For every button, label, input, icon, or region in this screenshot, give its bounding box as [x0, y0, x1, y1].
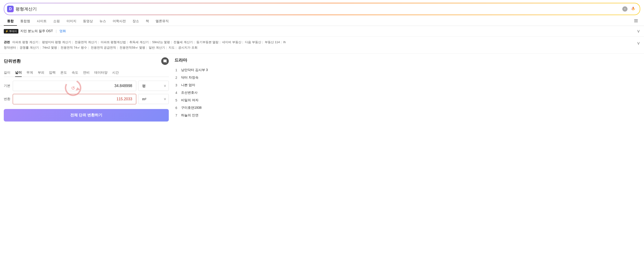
drama-name-4: 조선변호사 — [181, 91, 198, 95]
basic-unit-select[interactable]: 평 제곱미터 헥타르 — [138, 81, 169, 91]
related-tag-6[interactable]: 전월세 계산기 — [174, 40, 193, 44]
drama-name-5: 비밀의 여자 — [181, 98, 198, 102]
tab-이미지[interactable]: 이미지 — [63, 17, 80, 26]
search-input[interactable] — [16, 7, 620, 12]
unit-tab-압력[interactable]: 압력 — [49, 69, 56, 77]
drama-item-4[interactable]: 4 조선변호사 — [174, 89, 250, 97]
tab-장소[interactable]: 장소 — [129, 17, 142, 26]
tab-뉴스[interactable]: 뉴스 — [96, 17, 110, 26]
unit-tab-넓이[interactable]: 넓이 — [15, 69, 22, 77]
search-logo-icon: D — [7, 6, 14, 12]
unit-tab-속도[interactable]: 속도 — [72, 69, 78, 77]
drama-rank-3: 3 — [174, 83, 178, 87]
tab-통합[interactable]: 통합 — [4, 17, 17, 26]
microphone-icon[interactable] — [630, 5, 637, 13]
tab-어학사전[interactable]: 어학사전 — [110, 17, 129, 26]
main-content: 단위변환 길이 넓이 무게 부피 압력 온도 속도 연비 데이터양 시간 — [0, 54, 644, 122]
related-tag-3[interactable]: 아파트 평형계산법 — [101, 40, 126, 44]
drama-name-2: 닥터 차정숙 — [181, 76, 198, 80]
today-text: 지민 분노의 질주 OST — [20, 29, 53, 33]
drama-item-7[interactable]: 7 하늘의 인연 — [174, 112, 250, 119]
drama-item-2[interactable]: 2 닥터 차정숙 — [174, 74, 250, 81]
converter-convert-row: 변환 m² 평 km² ∨ — [4, 94, 169, 104]
unit-converter-title: 단위변환 — [4, 58, 21, 64]
convert-all-button[interactable]: 전체 단위 변환하기 — [4, 109, 169, 122]
converter-basic-row: 기본 평 제곱미터 헥타르 ∨ — [4, 81, 169, 91]
tab-멜론뮤직[interactable]: 멜론뮤직 — [152, 17, 172, 26]
drama-name-3: 나쁜 엄마 — [181, 83, 195, 87]
drama-rank-7: 7 — [174, 114, 178, 117]
related-tag-12[interactable]: 청약센터 — [4, 46, 16, 49]
convert-label: 변환 — [4, 97, 11, 101]
related-tag-19[interactable]: 지도 — [168, 46, 175, 49]
related-tag-13[interactable]: 경쟁률 계산기 — [20, 46, 39, 49]
related-tag-2[interactable]: 전용면적 계산기 — [75, 40, 97, 44]
chevron-down-icon[interactable]: ∨ — [637, 28, 640, 34]
tab-쇼핑[interactable]: 쇼핑 — [50, 17, 63, 26]
related-tag-18[interactable]: 일반 계산기 — [149, 46, 165, 49]
related-tag-5[interactable]: 59m2는 몇평 — [152, 40, 170, 44]
basic-value-input[interactable] — [13, 81, 136, 91]
related-tag-16[interactable]: 전용면적 공급면적 — [91, 46, 116, 49]
chat-icon[interactable] — [161, 57, 169, 65]
tab-책[interactable]: 책 — [142, 17, 152, 26]
drama-section: 드라마 1 낭만닥터 김사부 3 2 닥터 차정숙 3 나쁜 엄마 4 조선변호… — [174, 57, 250, 122]
tab-통합웹[interactable]: 통합웹 — [17, 17, 34, 26]
tab-사이트[interactable]: 사이트 — [34, 17, 50, 26]
drama-rank-4: 4 — [174, 91, 178, 95]
drama-rank-6: 6 — [174, 106, 178, 110]
drama-title: 드라마 — [174, 57, 250, 63]
convert-input-wrap — [13, 94, 136, 104]
unit-tab-연비[interactable]: 연비 — [83, 69, 90, 77]
related-tag-11[interactable]: lh — [283, 40, 286, 44]
drama-item-6[interactable]: 6 구미호뎐1938 — [174, 104, 250, 112]
drama-name-1: 낭만닥터 김사부 3 — [181, 68, 208, 72]
drama-name-6: 구미호뎐1938 — [181, 106, 202, 110]
related-label: 관련 — [4, 40, 10, 44]
drama-rank-1: 1 — [174, 68, 178, 72]
svg-rect-0 — [632, 7, 634, 10]
today-link[interactable]: 영화 — [60, 29, 66, 33]
basic-label: 기본 — [4, 84, 11, 88]
unit-tab-데이터양[interactable]: 데이터양 — [94, 69, 108, 77]
unit-type-tabs: 길이 넓이 무게 부피 압력 온도 속도 연비 데이터양 시간 — [4, 69, 169, 77]
search-bar: D × — [4, 3, 640, 15]
drama-item-1[interactable]: 1 낭만닥터 김사부 3 — [174, 66, 250, 74]
unit-converter-header: 단위변환 — [4, 57, 169, 65]
drama-rank-5: 5 — [174, 98, 178, 102]
unit-converter-widget: 단위변환 길이 넓이 무게 부피 압력 온도 속도 연비 데이터양 시간 — [4, 57, 169, 122]
nav-tabs: 통합 통합웹 사이트 쇼핑 이미지 동영상 뉴스 어학사전 장소 책 멜론뮤직 — [0, 17, 644, 26]
related-tag-15[interactable]: 전용면적 74㎡ 평수 — [60, 46, 87, 49]
related-tag-7[interactable]: 등기부등본 열람 — [196, 40, 219, 44]
related-tag-4[interactable]: 취득세 계산기 — [130, 40, 149, 44]
drama-rank-2: 2 — [174, 76, 178, 80]
related-tag-0[interactable]: 아파트 평형 계산기 — [12, 40, 38, 44]
tab-동영상[interactable]: 동영상 — [80, 17, 96, 26]
related-tag-8[interactable]: 네이버 부동산 — [222, 40, 242, 44]
related-expand-button[interactable]: ∨ — [637, 39, 640, 47]
unit-tab-온도[interactable]: 온도 — [60, 69, 67, 77]
related-tag-17[interactable]: 전용면적59㎡ 몇평 — [120, 46, 145, 49]
unit-tab-길이[interactable]: 길이 — [4, 69, 10, 77]
search-clear-button[interactable]: × — [622, 6, 628, 12]
drama-name-7: 하늘의 인연 — [181, 113, 198, 118]
related-tag-20[interactable]: 공시지가 조회 — [178, 46, 198, 49]
drama-item-3[interactable]: 3 나쁜 엄마 — [174, 81, 250, 89]
convert-value-input[interactable] — [13, 94, 136, 104]
convert-unit-select[interactable]: m² 평 km² — [138, 94, 169, 104]
related-tag-1[interactable]: 평방미터 평형 계산기 — [42, 40, 71, 44]
unit-tab-무게[interactable]: 무게 — [26, 69, 33, 77]
today-banner: ⚡ 투데이 지민 분노의 질주 OST | 영화 ∨ — [0, 26, 644, 37]
converter-inputs-area: ↺ 기본 평 제곱미터 헥타르 ∨ 변환 — [4, 81, 169, 104]
search-bar-area: D × — [0, 0, 644, 15]
related-tag-14[interactable]: 74m2 몇평 — [42, 46, 57, 49]
today-badge: ⚡ 투데이 — [4, 29, 18, 34]
settings-icon[interactable] — [632, 17, 640, 26]
related-tag-9[interactable]: 다음 부동산 — [245, 40, 261, 44]
basic-unit-select-wrap: 평 제곱미터 헥타르 ∨ — [138, 81, 169, 91]
related-tag-10[interactable]: 부동산 114 — [265, 40, 280, 44]
unit-tab-부피[interactable]: 부피 — [38, 69, 44, 77]
drama-item-5[interactable]: 5 비밀의 여자 — [174, 97, 250, 104]
unit-tab-시간[interactable]: 시간 — [112, 69, 119, 77]
convert-unit-select-wrap: m² 평 km² ∨ — [138, 94, 169, 104]
